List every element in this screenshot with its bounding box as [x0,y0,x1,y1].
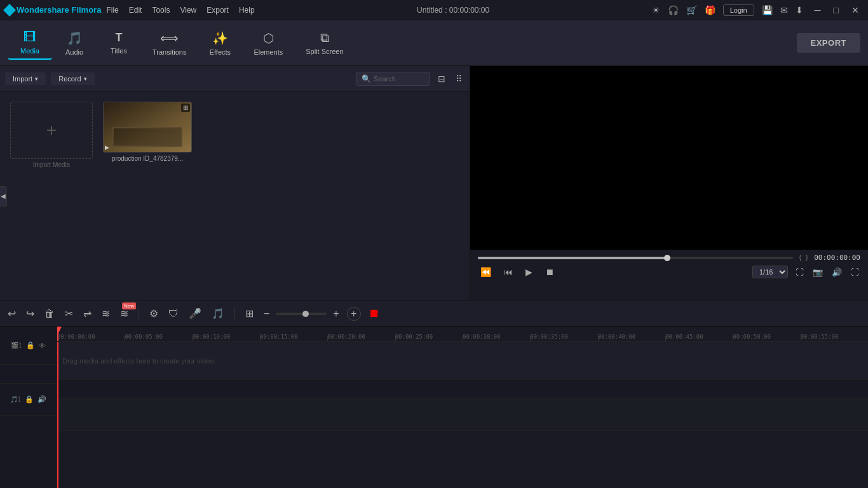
step-back-button[interactable]: ⏪ [478,266,494,278]
stop-button[interactable]: ⏹ [543,266,557,278]
play-button[interactable]: ▶ [523,266,535,278]
tracks-body: Drag media and effects here to create yo… [57,342,868,488]
volume-button[interactable]: 🔊 [831,266,843,278]
timeline-zoom-controls: − + [261,307,342,321]
prev-frame-button[interactable]: ⏮ [501,266,515,278]
preview-buttons: ⏪ ⏮ ▶ ⏹ 1/16 1/8 1/4 1/2 1/1 ⛶ 📷 🔊 ⛶ [478,266,860,278]
progress-dot [664,255,670,261]
mail-icon[interactable]: ✉ [780,5,788,15]
lock-icon[interactable]: 🔒 [26,341,35,349]
zoom-slider[interactable] [276,313,327,315]
record-button[interactable]: Record ▾ [51,72,94,85]
audio-track-lane[interactable] [57,399,868,431]
menu-edit[interactable]: Edit [129,6,142,15]
menu-tools[interactable]: Tools [152,6,170,15]
cut-button[interactable]: ✂ [62,306,76,321]
video-track-lane[interactable]: Drag media and effects here to create yo… [57,342,868,380]
redo-button[interactable]: ↪ [24,306,37,321]
preview-panel: { } 00:00:00:00 ⏪ ⏮ ▶ ⏹ 1/16 1/8 1/4 1/2… [470,66,868,301]
expand-preview-button[interactable]: ⛶ [850,266,860,278]
playhead [57,327,58,341]
track-header-icons: 🔒 👁 [26,341,46,349]
toolbar-audio-label: Audio [65,48,83,56]
headphone-icon[interactable]: 🎧 [668,5,679,15]
timeline-toolbar: ↩ ↪ 🗑 ✂ ⇌ ≋ ≋ New ⚙ 🛡 🎤 🎵 ⊞ − + + ⏹ [0,301,868,327]
toolbar-media-label: Media [20,47,39,55]
gift-icon[interactable]: 🎁 [705,5,715,15]
toolbar-elements[interactable]: ⬡ Elements [242,27,294,60]
toolbar-splitscreen[interactable]: ⧉ Split Screen [294,27,355,59]
save-icon[interactable]: 💾 [762,5,773,15]
playback-zoom-select[interactable]: 1/16 1/8 1/4 1/2 1/1 [752,266,788,278]
tracks-header: 🎬1 🔒 👁 🎵1 🔒 🔊 [0,327,57,488]
zoom-in-button[interactable]: + [330,307,341,321]
toolbar-audio[interactable]: 🎵 Audio [52,27,97,60]
main-area: Import ▾ Record ▾ 🔍 ⊟ ⠿ ◀ + Import M [0,66,868,301]
auto-button[interactable]: ≋ [99,306,112,321]
splitscreen-icon: ⧉ [320,30,329,45]
menu-export[interactable]: Export [207,6,229,15]
export-button[interactable]: EXPORT [797,33,860,53]
progress-bar-container[interactable] [478,257,793,259]
toolbar-separator [139,308,139,320]
app-logo: Wondershare Filmora [5,5,101,15]
minimize-button[interactable]: ─ [811,4,825,17]
collapse-panel-button[interactable]: ◀ [0,186,7,207]
close-button[interactable]: ✕ [848,4,863,17]
cart-icon[interactable]: 🛒 [686,5,697,15]
timeline-stop-button[interactable]: ⏹ [369,307,380,320]
toolbar-media[interactable]: 🎞 Media [8,26,52,60]
undo-button[interactable]: ↩ [5,306,18,321]
toolbar-effects[interactable]: ✨ Effects [198,27,242,60]
snapshot-button[interactable]: 📷 [811,266,824,278]
timeline-ruler[interactable]: 00:00:00:0000:00:05:0000:00:10:0000:00:1… [57,327,868,342]
menu-help[interactable]: Help [239,6,255,15]
eye-icon[interactable]: 👁 [39,342,46,349]
grid-icon[interactable]: ⠿ [453,72,465,85]
titlebar-left: Wondershare Filmora File Edit Tools View… [5,5,255,15]
add-media-icon: + [46,120,57,140]
progress-bar [478,257,667,259]
win-controls: ─ □ ✕ [811,4,863,17]
elements-icon: ⬡ [263,30,274,46]
audio-lock-icon[interactable]: 🔒 [25,395,34,403]
maximize-button[interactable]: □ [830,4,843,17]
media-content: ◀ + Import Media ⊞ ▶ production ID_47823… [0,92,470,301]
audio-track-button[interactable]: 🎵 [209,306,227,321]
toolbar-titles[interactable]: T Titles [97,27,141,58]
toolbar-transitions[interactable]: ⟺ Transitions [141,27,198,60]
fullscreen-button[interactable]: ⛶ [794,266,805,278]
timeline-area: ↩ ↪ 🗑 ✂ ⇌ ≋ ≋ New ⚙ 🛡 🎤 🎵 ⊞ − + + ⏹ 🎬1 [0,301,868,488]
toolbar-separator-2 [234,308,235,320]
media-item[interactable]: ⊞ ▶ production ID_4782379... [103,102,192,162]
zoom-out-button[interactable]: − [261,307,272,321]
delete-button[interactable]: 🗑 [42,307,57,321]
media-item-name: production ID_4782379... [112,155,183,162]
add-track-button[interactable]: ⚙ [147,306,161,321]
import-media-placeholder[interactable]: + [10,102,93,159]
preview-controls: { } 00:00:00:00 ⏪ ⏮ ▶ ⏹ 1/16 1/8 1/4 1/2… [470,250,868,301]
video-track-number: 🎬1 [11,342,22,349]
audio-volume-icon[interactable]: 🔊 [37,395,46,403]
search-input[interactable] [374,75,424,83]
toolbar-transitions-label: Transitions [153,48,186,56]
download-icon[interactable]: ⬇ [796,5,803,15]
media-toolbar: Import ▾ Record ▾ 🔍 ⊟ ⠿ [0,66,470,92]
mic-button[interactable]: 🎤 [186,306,204,321]
track-spacer-lane [57,380,868,399]
add-timeline-button[interactable]: + [347,307,361,321]
filter-icon[interactable]: ⊟ [435,72,448,85]
marker-start: { [798,254,803,262]
menu-file[interactable]: File [106,6,118,15]
search-box[interactable]: 🔍 [356,72,430,86]
login-button[interactable]: Login [723,4,754,16]
import-button[interactable]: Import ▾ [5,72,46,85]
adjust-button[interactable]: ⇌ [81,306,94,321]
sun-icon[interactable]: ☀ [652,5,660,15]
crop-button[interactable]: ⊞ [243,306,256,321]
toolbar: 🎞 Media 🎵 Audio T Titles ⟺ Transitions ✨… [0,20,868,66]
toolbar-elements-label: Elements [254,48,283,56]
shield-button[interactable]: 🛡 [166,307,181,321]
menu-view[interactable]: View [180,6,196,15]
preview-extra-controls: 1/16 1/8 1/4 1/2 1/1 ⛶ 📷 🔊 ⛶ [752,266,860,278]
